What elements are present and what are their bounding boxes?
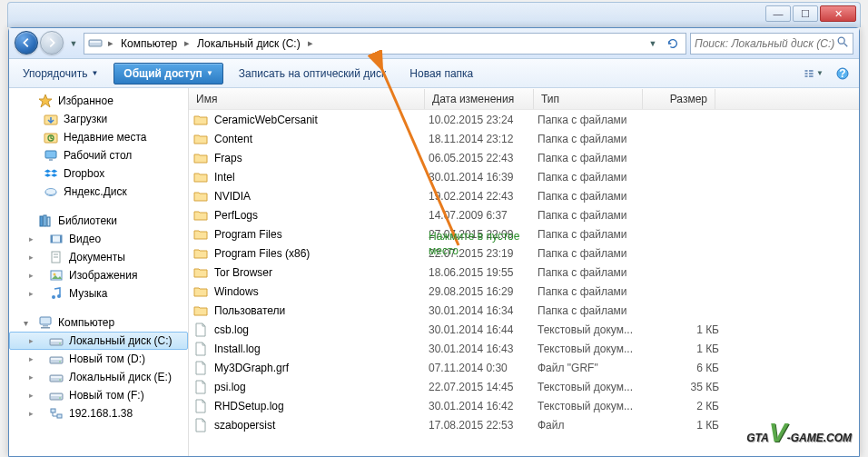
svg-rect-9 — [809, 75, 814, 77]
file-type: Папка с файлами — [538, 190, 646, 203]
file-item[interactable]: szabopersist17.08.2015 22:53Файл1 КБ — [189, 415, 859, 434]
minimize-button[interactable]: — — [765, 5, 791, 22]
nav-item-label: 192.168.1.38 — [69, 407, 133, 420]
folder-item[interactable]: Пользователи30.01.2014 16:34Папка с файл… — [189, 301, 859, 320]
file-size: 1 КБ — [646, 419, 719, 432]
file-type: Файл "GRF" — [538, 362, 646, 374]
folder-icon — [192, 188, 209, 204]
library-item[interactable]: ▸Документы — [9, 248, 188, 266]
file-icon — [192, 341, 209, 357]
svg-rect-6 — [805, 75, 808, 77]
column-date[interactable]: Дата изменения — [425, 89, 534, 109]
drive-item[interactable]: ▸Новый том (D:) — [9, 350, 188, 368]
favorites-item[interactable]: Недавние места — [9, 128, 188, 146]
file-item[interactable]: Install.log30.01.2014 16:43Текстовый док… — [189, 339, 859, 358]
folder-item[interactable]: Intel30.01.2014 16:39Папка с файлами — [189, 167, 859, 186]
desktop-icon — [44, 148, 58, 163]
computer-icon — [38, 315, 53, 330]
nav-item-label: Dropbox — [64, 167, 104, 180]
folder-icon — [192, 131, 209, 147]
chevron-right-icon[interactable]: ▸ — [182, 37, 192, 49]
file-icon — [192, 398, 209, 414]
view-options-button[interactable]: ▼ — [803, 63, 824, 84]
svg-rect-21 — [47, 217, 50, 226]
drive-item[interactable]: ▸Локальный диск (C:) — [9, 332, 188, 350]
music-icon — [49, 286, 64, 301]
chevron-right-icon[interactable]: ▸ — [106, 37, 115, 49]
folder-item[interactable]: NVIDIA19.02.2014 22:43Папка с файлами — [189, 186, 859, 205]
svg-point-30 — [52, 295, 55, 299]
folder-item[interactable]: Content18.11.2014 23:12Папка с файлами — [189, 129, 859, 148]
favorites-item[interactable]: Dropbox — [9, 164, 188, 183]
folder-icon — [192, 207, 209, 224]
file-item[interactable]: csb.log30.01.2014 16:44Текстовый докум..… — [189, 320, 859, 339]
file-item[interactable]: My3DGraph.grf07.11.2014 0:30Файл "GRF"6 … — [189, 358, 859, 377]
library-item[interactable]: ▸Изображения — [9, 266, 188, 284]
library-item[interactable]: ▸Видео — [9, 230, 188, 248]
favorites-item[interactable]: Рабочий стол — [9, 146, 188, 164]
column-size[interactable]: Размер — [643, 89, 715, 109]
libraries-header[interactable]: Библиотеки — [9, 212, 188, 230]
svg-rect-20 — [44, 215, 46, 226]
folder-item[interactable]: CeramicWebCersanit10.02.2015 23:24Папка … — [189, 110, 859, 129]
toolbar: Упорядочить ▼ Общий доступ ▼ Записать на… — [9, 59, 859, 88]
docs-icon — [49, 250, 64, 264]
column-name[interactable]: Имя — [189, 89, 425, 109]
computer-header[interactable]: ▾ Компьютер — [9, 313, 188, 332]
file-size: 2 КБ — [646, 400, 719, 412]
navigation-pane[interactable]: Избранное ЗагрузкиНедавние местаРабочий … — [9, 88, 189, 456]
close-button[interactable]: ✕ — [820, 5, 856, 22]
favorites-item[interactable]: Яндекс.Диск — [9, 183, 188, 201]
file-date: 29.08.2015 16:29 — [429, 285, 538, 298]
history-dropdown[interactable]: ▼ — [67, 32, 80, 55]
back-button[interactable] — [15, 31, 38, 55]
dropbox-icon — [44, 166, 58, 181]
drive-item[interactable]: ▸Локальный диск (E:) — [9, 368, 188, 386]
svg-rect-23 — [51, 235, 53, 243]
svg-point-18 — [45, 189, 56, 195]
file-item[interactable]: psi.log22.07.2015 14:45Текстовый докум..… — [189, 377, 859, 396]
file-name: Program Files — [214, 228, 282, 241]
burn-disc-button[interactable]: Записать на оптический диск — [231, 63, 395, 84]
drive-item[interactable]: ▸192.168.1.38 — [9, 404, 188, 422]
file-list-pane[interactable]: Имя Дата изменения Тип Размер CeramicWeb… — [189, 88, 859, 456]
svg-rect-16 — [49, 159, 53, 161]
new-folder-button[interactable]: Новая папка — [401, 63, 481, 84]
favorites-item[interactable]: Загрузки — [9, 110, 188, 128]
breadcrumb-drive-c[interactable]: Локальный диск (C:) — [193, 35, 304, 52]
column-type[interactable]: Тип — [534, 89, 643, 109]
file-date: 22.07.2015 14:45 — [429, 381, 538, 393]
folder-item[interactable]: Program Files (x86)22.07.2015 23:19Папка… — [189, 243, 859, 263]
file-date: 06.05.2015 22:43 — [429, 152, 538, 164]
folder-item[interactable]: PerfLogs14.07.2009 6:37Папка с файлами — [189, 205, 859, 224]
refresh-icon — [666, 37, 679, 50]
refresh-button[interactable] — [664, 35, 682, 53]
search-box[interactable] — [690, 33, 853, 55]
search-input[interactable] — [695, 37, 836, 50]
nav-item-label: Загрузки — [64, 113, 107, 125]
library-item[interactable]: ▸Музыка — [9, 284, 188, 303]
folder-item[interactable]: Program Files27.07.2015 22:09Папка с фай… — [189, 224, 859, 243]
folder-item[interactable]: Fraps06.05.2015 22:43Папка с файлами — [189, 148, 859, 167]
file-item[interactable]: RHDSetup.log30.01.2014 16:42Текстовый до… — [189, 396, 859, 415]
nav-item-label: Локальный диск (E:) — [69, 371, 172, 383]
maximize-button[interactable]: ☐ — [793, 5, 818, 22]
chevron-right-icon[interactable]: ▸ — [306, 37, 315, 49]
favorites-header[interactable]: Избранное — [9, 92, 188, 110]
folder-item[interactable]: Windows29.08.2015 16:29Папка с файлами — [189, 282, 859, 301]
share-button[interactable]: Общий доступ ▼ — [113, 63, 222, 84]
address-bar-row: ▼ ▸ Компьютер ▸ Локальный диск (C:) ▸ ▼ — [9, 28, 859, 59]
drive-item[interactable]: ▸Новый том (F:) — [9, 386, 188, 404]
star-icon — [38, 94, 53, 108]
svg-rect-33 — [43, 325, 48, 327]
address-bar[interactable]: ▸ Компьютер ▸ Локальный диск (C:) ▸ ▼ — [84, 33, 686, 55]
address-dropdown[interactable]: ▼ — [644, 35, 662, 53]
chevron-down-icon: ▼ — [91, 69, 98, 77]
forward-button[interactable] — [40, 31, 64, 55]
organize-button[interactable]: Упорядочить ▼ — [15, 63, 106, 84]
nav-item-label: Локальный диск (C:) — [69, 334, 173, 347]
hdd-icon — [49, 370, 64, 384]
breadcrumb-computer[interactable]: Компьютер — [117, 35, 181, 52]
folder-item[interactable]: Tor Browser18.06.2015 19:55Папка с файла… — [189, 263, 859, 282]
help-button[interactable]: ? — [832, 63, 853, 84]
